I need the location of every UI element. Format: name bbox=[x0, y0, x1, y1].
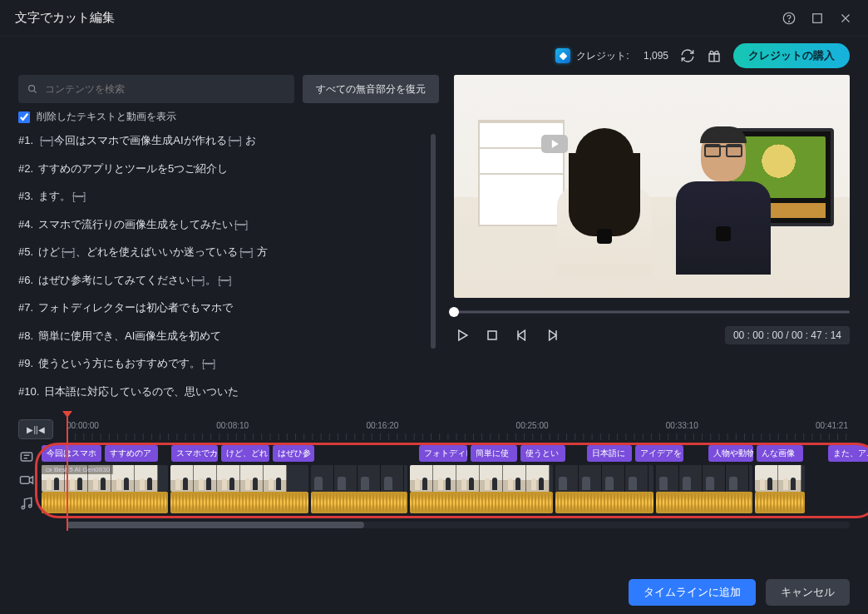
next-frame-icon[interactable] bbox=[544, 327, 560, 344]
transcript-line[interactable]: #10.日本語に対応しているので、思いついた bbox=[18, 384, 424, 400]
credits-display: クレジット: 1,095 bbox=[555, 48, 668, 63]
show-deleted-checkbox[interactable]: 削除したテキストと動画を表示 bbox=[18, 110, 439, 124]
ruler-mark: 00:08:10 bbox=[216, 421, 249, 430]
svg-rect-5 bbox=[488, 331, 496, 339]
prev-frame-icon[interactable] bbox=[514, 327, 530, 344]
text-track-icon[interactable] bbox=[18, 448, 35, 465]
stop-icon[interactable] bbox=[484, 327, 501, 344]
ruler-mark: 00:25:00 bbox=[516, 421, 549, 430]
play-icon[interactable] bbox=[454, 327, 471, 344]
ruler-ticks bbox=[67, 433, 850, 440]
svg-rect-7 bbox=[21, 477, 30, 483]
transcript-line[interactable]: #2.すすめのアプリとツールを5つご紹介し bbox=[18, 161, 424, 177]
sequence-toggle-button[interactable]: ▶||◀ bbox=[18, 419, 53, 439]
caption-chip[interactable]: スマホでカ bbox=[171, 445, 218, 462]
video-clip[interactable] bbox=[410, 465, 553, 492]
maximize-icon[interactable] bbox=[810, 11, 825, 26]
caption-chip[interactable]: 使うとい bbox=[520, 445, 565, 462]
caption-chip[interactable]: けど、どれ bbox=[221, 445, 269, 462]
caption-chip[interactable]: 日本語に bbox=[587, 445, 632, 462]
video-clip[interactable]: Best 5 AI Gen0830 bbox=[42, 465, 168, 492]
transcript-line[interactable]: #8.簡単に使用でき、AI画像生成を初めて bbox=[18, 328, 424, 344]
caption-chip[interactable]: 人物や動物 bbox=[708, 445, 753, 462]
video-clip[interactable] bbox=[755, 465, 805, 492]
ruler-mark: 00:41:21 bbox=[816, 421, 848, 430]
svg-point-8 bbox=[22, 506, 24, 508]
svg-rect-2 bbox=[813, 13, 822, 22]
transcript-line[interactable]: #9.使うという方にもおすすめです。[---] bbox=[18, 355, 424, 372]
caption-chip[interactable]: また、アニ bbox=[828, 445, 868, 462]
caption-chip[interactable]: はぜひ参 bbox=[273, 445, 314, 462]
restore-silence-button[interactable]: すべての無音部分を復元 bbox=[303, 75, 439, 103]
show-deleted-input[interactable] bbox=[18, 111, 30, 123]
window-title: 文字でカット編集 bbox=[15, 10, 115, 26]
close-icon[interactable] bbox=[838, 11, 853, 26]
cancel-button[interactable]: キャンセル bbox=[766, 579, 850, 606]
help-icon[interactable] bbox=[782, 11, 796, 26]
caption-chip[interactable]: すすめのア bbox=[105, 445, 158, 462]
audio-clip[interactable] bbox=[311, 492, 407, 513]
transcript-line[interactable]: #3.ます。[---] bbox=[18, 188, 424, 205]
ruler-mark: 00:33:10 bbox=[666, 421, 698, 430]
search-field[interactable] bbox=[45, 83, 286, 95]
add-to-timeline-button[interactable]: タイムラインに追加 bbox=[629, 579, 756, 606]
transcript-line[interactable]: #7.フォトディレクターは初心者でもマホで bbox=[18, 300, 424, 316]
timeline-scrollbar[interactable] bbox=[67, 522, 850, 528]
timecode: 00 : 00 : 00 / 00 : 47 : 14 bbox=[725, 326, 850, 344]
transcript-list: #1.[---]今回はスマホで画像生成AIが作れる[---] お#2.すすめのア… bbox=[18, 132, 439, 408]
gift-icon[interactable] bbox=[707, 48, 722, 63]
search-input[interactable] bbox=[18, 75, 294, 103]
transcript-line[interactable]: #1.[---]今回はスマホで画像生成AIが作れる[---] お bbox=[18, 132, 424, 149]
video-clip[interactable] bbox=[170, 465, 308, 492]
caption-chip[interactable]: 今回はスマホ bbox=[42, 445, 101, 462]
svg-point-9 bbox=[29, 505, 32, 508]
audio-clip[interactable] bbox=[170, 492, 308, 513]
show-deleted-label: 削除したテキストと動画を表示 bbox=[37, 110, 176, 124]
audio-clip[interactable] bbox=[755, 492, 805, 513]
audio-clip[interactable] bbox=[656, 492, 752, 513]
caption-chip[interactable]: 簡単に使 bbox=[471, 445, 517, 462]
transcript-line[interactable]: #4.スマホで流行りの画像生成をしてみたい[---] bbox=[18, 216, 424, 233]
caption-chip[interactable]: フォトディレ bbox=[419, 445, 467, 462]
ruler-mark: 00:00:00 bbox=[67, 421, 99, 430]
svg-point-1 bbox=[789, 21, 790, 22]
label-track[interactable]: 今回はスマホすすめのアスマホでカけど、どれはぜひ参フォトディレ簡単に使使うとい日… bbox=[42, 445, 868, 462]
ruler-mark: 00:16:20 bbox=[366, 421, 398, 430]
video-preview[interactable] bbox=[454, 75, 850, 298]
video-clip[interactable] bbox=[311, 465, 407, 492]
audio-clip[interactable] bbox=[410, 492, 553, 513]
audio-track[interactable] bbox=[42, 492, 868, 513]
refresh-icon[interactable] bbox=[680, 48, 695, 63]
caption-chip[interactable]: アイデアを bbox=[635, 445, 683, 462]
svg-point-4 bbox=[29, 86, 35, 92]
video-clip[interactable] bbox=[656, 465, 752, 492]
buy-credits-button[interactable]: クレジットの購入 bbox=[733, 43, 850, 68]
video-track[interactable]: Best 5 AI Gen0830 bbox=[42, 465, 868, 492]
video-track-icon[interactable] bbox=[18, 472, 35, 488]
transcript-line[interactable]: #6.はぜひ参考にしてみてください[---]。[---] bbox=[18, 272, 424, 289]
seek-bar[interactable] bbox=[454, 309, 850, 314]
audio-clip[interactable] bbox=[42, 492, 168, 513]
transcript-line[interactable]: #5.けど[---]、どれを使えばいいか迷っている[---] 方 bbox=[18, 244, 424, 260]
caption-chip[interactable]: んな画像 bbox=[757, 445, 803, 462]
search-icon bbox=[27, 83, 38, 95]
svg-rect-10 bbox=[47, 468, 50, 471]
audio-track-icon[interactable] bbox=[18, 495, 35, 512]
diamond-icon bbox=[555, 48, 570, 63]
audio-clip[interactable] bbox=[555, 492, 653, 513]
svg-rect-6 bbox=[21, 453, 32, 461]
time-ruler: 00:00:0000:08:1000:16:2000:25:0000:33:10… bbox=[18, 421, 850, 433]
video-clip[interactable] bbox=[555, 465, 653, 492]
